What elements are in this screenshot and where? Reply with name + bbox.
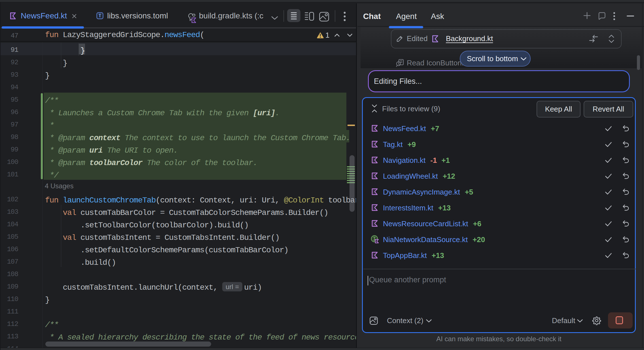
svg-text:T: T: [99, 13, 101, 18]
